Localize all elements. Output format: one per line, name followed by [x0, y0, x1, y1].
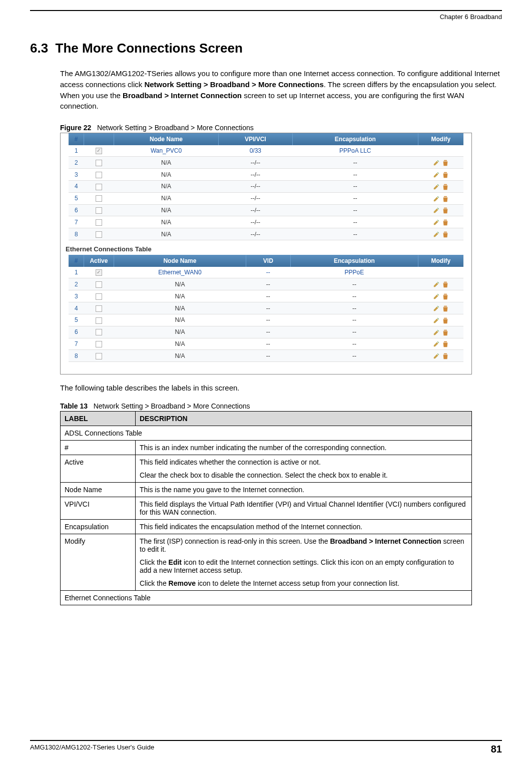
- col-header: [84, 133, 114, 145]
- active-cell: [84, 228, 114, 240]
- trash-icon[interactable]: [442, 183, 449, 190]
- desc-cell: This field indicates whether the connect…: [136, 455, 472, 483]
- edit-icon[interactable]: [433, 195, 440, 202]
- active-checkbox[interactable]: [96, 317, 102, 324]
- row-index: 2: [69, 157, 84, 169]
- active-checkbox[interactable]: [96, 184, 102, 190]
- trash-icon[interactable]: [442, 207, 449, 214]
- active-checkbox[interactable]: [96, 341, 102, 347]
- row-index: 7: [69, 338, 84, 350]
- desc-cell: This field indicates the encapsulation m…: [136, 520, 472, 534]
- edit-icon[interactable]: [433, 219, 440, 226]
- trash-icon[interactable]: [442, 317, 449, 324]
- edit-icon[interactable]: [433, 305, 440, 312]
- section-number: 6.3: [30, 41, 48, 56]
- trash-icon[interactable]: [442, 305, 449, 312]
- vpi-cell: --/--: [219, 216, 292, 228]
- node-name-cell: N/A: [114, 204, 218, 216]
- trash-icon[interactable]: [442, 195, 449, 202]
- active-cell: [84, 338, 114, 350]
- modify-cell: [418, 180, 463, 192]
- row-index: 4: [69, 302, 84, 314]
- desc-cell: This is the name you gave to the Interne…: [136, 483, 472, 497]
- section-cell: ADSL Connections Table: [61, 426, 472, 441]
- edit-icon[interactable]: [433, 317, 440, 324]
- table-row: 3N/A----: [69, 290, 463, 302]
- edit-icon[interactable]: [433, 183, 440, 190]
- vpi-cell: 0/33: [219, 145, 292, 157]
- trash-icon[interactable]: [442, 159, 449, 166]
- table-row: 6N/A----: [69, 326, 463, 338]
- table-row: #This is an index number indicating the …: [61, 441, 472, 455]
- encapsulation-cell: --: [290, 314, 418, 326]
- edit-icon[interactable]: [433, 352, 440, 359]
- edit-icon[interactable]: [433, 171, 440, 178]
- active-cell: [84, 157, 114, 169]
- trash-icon[interactable]: [442, 219, 449, 226]
- intro-bold-1: Network Setting > Broadband > More Conne…: [144, 80, 323, 89]
- node-name-cell: N/A: [114, 290, 246, 302]
- trash-icon[interactable]: [442, 171, 449, 178]
- active-checkbox[interactable]: [96, 281, 102, 288]
- active-checkbox[interactable]: [96, 329, 102, 335]
- vpi-cell: --/--: [219, 157, 292, 169]
- page-footer: AMG1302/AMG1202-TSeries User's Guide 81: [30, 743, 502, 755]
- desc-cell: The first (ISP) connection is read-only …: [136, 534, 472, 591]
- col-header: Node Name: [114, 255, 246, 267]
- col-header: Active: [84, 255, 114, 267]
- edit-icon[interactable]: [433, 159, 440, 166]
- edit-icon[interactable]: [433, 329, 440, 336]
- node-name-cell: N/A: [114, 169, 218, 181]
- edit-icon[interactable]: [433, 293, 440, 300]
- active-cell: [84, 169, 114, 181]
- node-name-cell: N/A: [114, 338, 246, 350]
- encapsulation-cell: --: [290, 338, 418, 350]
- active-checkbox[interactable]: [96, 160, 102, 166]
- trash-icon[interactable]: [442, 281, 449, 288]
- edit-icon[interactable]: [433, 340, 440, 347]
- active-checkbox[interactable]: [96, 195, 102, 202]
- edit-icon[interactable]: [433, 231, 440, 238]
- node-name-cell: N/A: [114, 278, 246, 290]
- edit-icon[interactable]: [433, 207, 440, 214]
- trash-icon[interactable]: [442, 340, 449, 347]
- trash-icon[interactable]: [442, 329, 449, 336]
- active-checkbox[interactable]: [96, 219, 102, 226]
- table13-head-label: LABEL: [61, 412, 136, 426]
- desc-paragraph: The first (ISP) connection is read-only …: [140, 537, 467, 553]
- row-index: 5: [69, 192, 84, 204]
- modify-cell: [418, 314, 463, 326]
- vpi-cell: --/--: [219, 180, 292, 192]
- vpi-cell: --/--: [219, 169, 292, 181]
- trash-icon[interactable]: [442, 231, 449, 238]
- table-row: 1Ethernet_WAN0--PPPoE: [69, 267, 463, 278]
- desc-paragraph: Click the Edit icon to edit the Internet…: [140, 558, 467, 574]
- row-index: 8: [69, 228, 84, 240]
- active-checkbox[interactable]: [96, 172, 102, 178]
- desc-paragraph: This field indicates whether the connect…: [140, 458, 467, 466]
- table-row: 3N/A--/----: [69, 169, 463, 181]
- row-index: 6: [69, 204, 84, 216]
- encapsulation-cell: --: [292, 228, 418, 240]
- edit-icon[interactable]: [433, 281, 440, 288]
- active-checkbox[interactable]: [96, 293, 102, 300]
- active-checkbox[interactable]: [96, 207, 102, 214]
- active-checkbox: [96, 148, 102, 154]
- row-index: 3: [69, 290, 84, 302]
- trash-icon[interactable]: [442, 352, 449, 359]
- trash-icon[interactable]: [442, 293, 449, 300]
- modify-cell: [418, 290, 463, 302]
- active-checkbox[interactable]: [96, 231, 102, 238]
- active-checkbox[interactable]: [96, 353, 102, 359]
- vpi-cell: --/--: [219, 192, 292, 204]
- table-row: 5N/A----: [69, 314, 463, 326]
- row-index: 1: [69, 267, 84, 278]
- encapsulation-cell: --: [290, 290, 418, 302]
- active-cell: [84, 278, 114, 290]
- encapsulation-cell: --: [292, 180, 418, 192]
- modify-cell: [418, 204, 463, 216]
- section-heading: 6.3 The More Connections Screen: [30, 41, 502, 56]
- active-checkbox[interactable]: [96, 305, 102, 312]
- node-name-cell: N/A: [114, 314, 246, 326]
- encapsulation-cell: --: [292, 192, 418, 204]
